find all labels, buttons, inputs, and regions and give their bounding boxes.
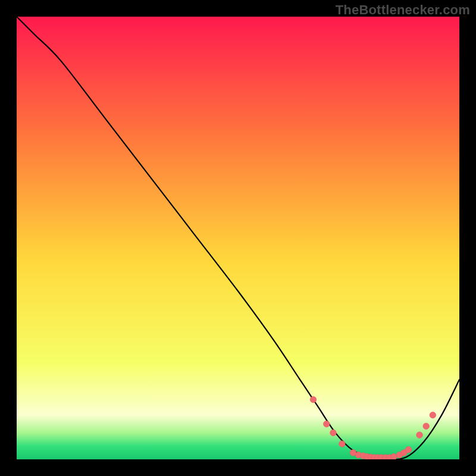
chart-svg xyxy=(17,17,459,459)
marker-dot xyxy=(416,432,423,439)
marker-dot xyxy=(330,430,337,436)
marker-dot xyxy=(339,441,346,447)
watermark-text: TheBottlenecker.com xyxy=(336,2,470,18)
marker-dot xyxy=(423,423,430,430)
gradient-background xyxy=(17,17,459,459)
marker-dot xyxy=(324,421,330,427)
marker-dot xyxy=(391,453,397,459)
plot-area xyxy=(17,17,459,459)
chart-frame: TheBottlenecker.com xyxy=(0,0,476,476)
marker-dot xyxy=(405,446,412,453)
marker-dot xyxy=(430,412,436,418)
marker-dot xyxy=(310,396,317,403)
